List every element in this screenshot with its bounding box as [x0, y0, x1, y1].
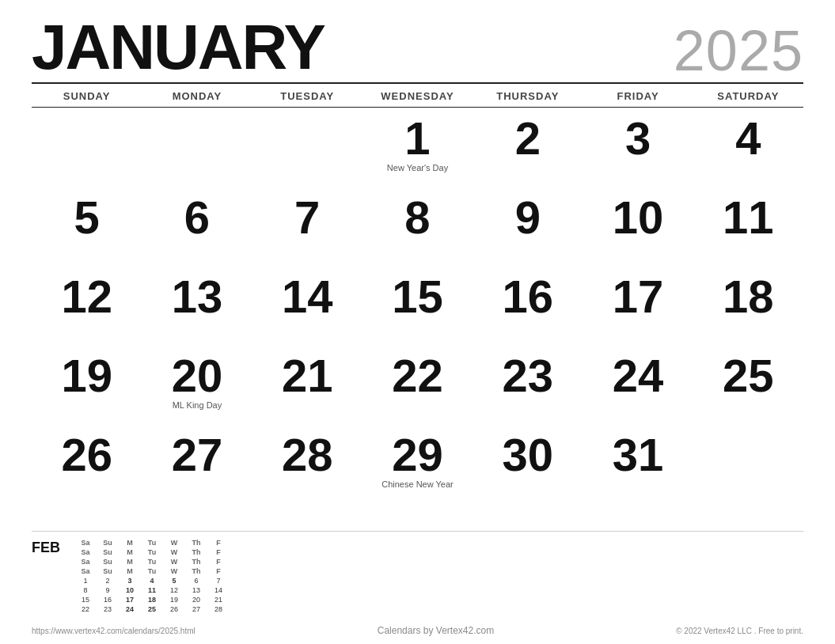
mini-cal-header: F — [207, 547, 230, 557]
day-header: MONDAY — [142, 85, 252, 108]
day-cell: 17 — [583, 266, 693, 345]
day-number: 7 — [256, 195, 359, 241]
day-cell: 28 — [252, 424, 362, 503]
mini-cal-header: Tu — [141, 566, 163, 576]
mini-cal-header: F — [207, 566, 230, 576]
day-cell: 12 — [32, 266, 142, 345]
mini-cal-day: 13 — [185, 585, 207, 595]
day-event: Chinese New Year — [366, 479, 469, 490]
day-cell: 19 — [32, 345, 142, 424]
mini-cal-header: W — [163, 557, 185, 566]
mini-cal-header: Su — [97, 566, 119, 576]
mini-cal-day: 11 — [141, 585, 163, 595]
mini-days: 1234567891011121314151617181920212223242… — [74, 576, 230, 614]
day-cell: 25 — [693, 345, 803, 424]
mini-cal-day: 19 — [163, 595, 185, 604]
mini-cal-day: 7 — [207, 576, 230, 585]
mini-cal-header: Sa — [74, 566, 97, 576]
day-cell: 30 — [473, 424, 583, 503]
day-number: 6 — [145, 195, 249, 241]
day-number: 23 — [476, 353, 579, 399]
mini-cal-header: F — [207, 538, 230, 547]
mini-cal-header: Su — [97, 538, 119, 547]
day-number: 26 — [35, 432, 139, 478]
mini-cal-header: Th — [185, 547, 207, 557]
day-header: TUESDAY — [252, 85, 362, 108]
mini-cal-header: Th — [185, 538, 207, 547]
mini-cal-day: 3 — [119, 576, 141, 585]
mini-cal-day: 15 — [74, 595, 97, 604]
day-cell: 27 — [142, 424, 252, 503]
day-number: 20 — [145, 353, 249, 399]
day-number: 9 — [476, 195, 579, 241]
mini-cal-day: 17 — [119, 595, 141, 604]
day-cell: 8 — [362, 187, 473, 266]
day-event: ML King Day — [145, 400, 249, 411]
mini-cal-day: 20 — [185, 595, 207, 604]
day-number: 16 — [476, 274, 579, 320]
mini-month-label: FEB — [32, 538, 63, 556]
header-divider — [32, 82, 803, 84]
day-cell: 3 — [583, 108, 693, 187]
mini-cal-header: Su — [97, 547, 119, 557]
mini-cal-header: Tu — [141, 547, 163, 557]
day-number: 8 — [366, 195, 469, 241]
day-cell — [693, 424, 803, 503]
mini-cal-header: Sa — [74, 538, 97, 547]
mini-cal-header: F — [207, 557, 230, 566]
day-number: 30 — [476, 432, 579, 478]
mini-cal-day: 21 — [207, 595, 230, 604]
day-number: 29 — [366, 432, 469, 478]
day-number: 1 — [366, 116, 469, 161]
header-row: JANUARY 2025 — [32, 16, 803, 79]
footer-center: Calendars by Vertex42.com — [378, 625, 494, 636]
mini-cal-header: Tu — [141, 538, 163, 547]
mini-cal-day: 4 — [141, 576, 163, 585]
calendar-container: JANUARY 2025 SUNDAYMONDAYTUESDAYWEDNESDA… — [0, 0, 835, 511]
day-cell: 11 — [693, 187, 803, 266]
day-cell: 24 — [583, 345, 693, 424]
day-header: WEDNESDAY — [362, 85, 473, 108]
mini-calendar: SaSuMTuWThFSaSuMTuWThFSaSuMTuWThFSaSuMTu… — [74, 538, 230, 614]
day-cell: 29Chinese New Year — [362, 424, 473, 503]
day-cell: 4 — [693, 108, 803, 187]
mini-cal-header: Th — [185, 557, 207, 566]
mini-cal-day: 23 — [97, 604, 119, 614]
mini-cal-header: M — [119, 547, 141, 557]
day-cell: 7 — [252, 187, 362, 266]
day-number: 27 — [145, 432, 249, 478]
day-number: 19 — [35, 353, 139, 399]
mini-cal-day: 24 — [119, 604, 141, 614]
footer-bar: https://www.vertex42.com/calendars/2025.… — [32, 625, 803, 636]
mini-cal-day: 16 — [97, 595, 119, 604]
day-number: 3 — [586, 116, 689, 161]
mini-cal-header: Sa — [74, 557, 97, 566]
day-number: 5 — [35, 195, 139, 241]
mini-cal-header: M — [119, 566, 141, 576]
mini-cal-day: 8 — [74, 585, 97, 595]
mini-cal-day: 26 — [163, 604, 185, 614]
day-cell: 10 — [583, 187, 693, 266]
day-number: 22 — [366, 353, 469, 399]
day-number: 24 — [586, 353, 689, 399]
mini-cal-header: W — [163, 547, 185, 557]
mini-cal-day: 9 — [97, 585, 119, 595]
mini-cal-day: 2 — [97, 576, 119, 585]
day-number: 25 — [696, 353, 800, 399]
mini-cal-header: M — [119, 538, 141, 547]
day-event: New Year's Day — [366, 163, 469, 173]
day-cell: 14 — [252, 266, 362, 345]
mini-cal-day: 22 — [74, 604, 97, 614]
mini-cal-day: 1 — [74, 576, 97, 585]
mini-cal-header: W — [163, 538, 185, 547]
day-cell: 18 — [693, 266, 803, 345]
day-number: 4 — [696, 116, 800, 161]
day-cell: 9 — [473, 187, 583, 266]
day-number: 31 — [586, 432, 689, 478]
day-number: 12 — [35, 274, 139, 320]
day-header: SATURDAY — [693, 85, 803, 108]
day-cell — [32, 108, 142, 187]
day-cell: 5 — [32, 187, 142, 266]
day-cell: 20ML King Day — [142, 345, 252, 424]
day-cell: 2 — [473, 108, 583, 187]
